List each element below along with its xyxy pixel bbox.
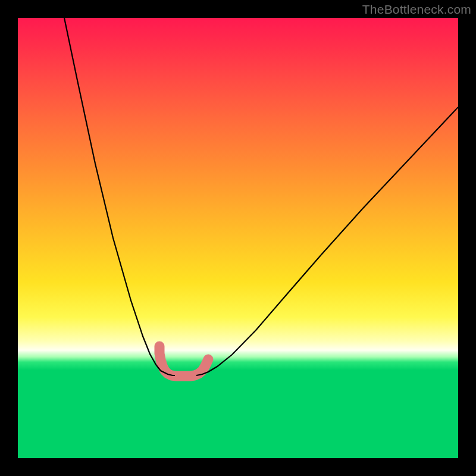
watermark-text: TheBottleneck.com <box>362 2 471 17</box>
curve-layer <box>18 18 458 458</box>
plot-area <box>18 18 458 458</box>
valley-marker <box>159 346 208 376</box>
chart-frame: TheBottleneck.com <box>0 0 476 476</box>
left-curve <box>64 18 175 375</box>
right-curve <box>196 107 458 375</box>
